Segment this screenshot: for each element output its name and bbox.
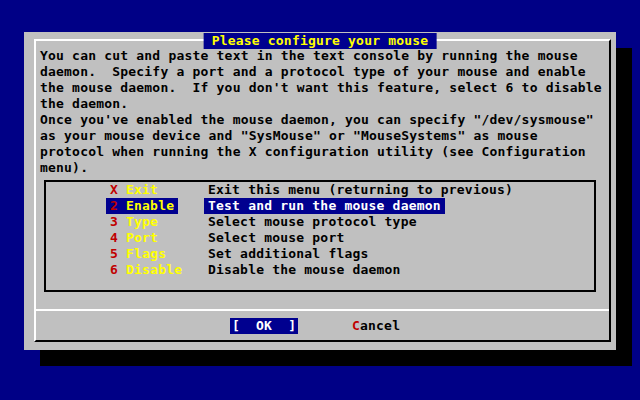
menu-label: Type [126, 214, 158, 229]
menu-description: Select mouse port [204, 230, 348, 246]
menu-item-type[interactable]: 3Type Select mouse protocol type [46, 214, 594, 230]
menu-item-exit[interactable]: XExit Exit this menu (returning to previ… [46, 182, 594, 198]
menu-item-disable[interactable]: 6Disable Disable the mouse daemon [46, 262, 594, 278]
cancel-hotkey: C [352, 318, 360, 333]
menu-hotkey: 5 [110, 246, 118, 261]
menu-description: Disable the mouse daemon [204, 262, 405, 278]
body-line: menu). [40, 160, 602, 176]
body-line: You can cut and paste text in the text c… [40, 48, 602, 64]
body-line: daemon. Specify a port and a protocol ty… [40, 64, 602, 80]
body-line: Once you've enabled the mouse daemon, yo… [40, 112, 602, 128]
console-screen: Please configure your mouse You can cut … [0, 0, 640, 400]
menu-list-box: XExit Exit this menu (returning to previ… [44, 180, 596, 292]
menu-tag: 6Disable [106, 262, 186, 278]
menu-label: Disable [126, 262, 182, 277]
menu-label: Exit [126, 182, 158, 197]
button-separator-line [36, 309, 609, 311]
menu-hotkey: 2 [110, 198, 118, 213]
menu-label: Enable [126, 198, 174, 213]
menu-tag: 5Flags [106, 246, 170, 262]
body-line: as your mouse device and "SysMouse" or "… [40, 128, 602, 144]
menu-hotkey: X [110, 182, 118, 197]
menu-tag: 2Enable [106, 198, 178, 214]
menu-description: Exit this menu (returning to previous) [204, 182, 517, 198]
menu-hotkey: 4 [110, 230, 118, 245]
menu-tag: 4Port [106, 230, 162, 246]
body-line: the mouse daemon. If you don't want this… [40, 80, 602, 96]
menu-label: Flags [126, 246, 166, 261]
menu-tag: XExit [106, 182, 162, 198]
menu-description: Test and run the mouse daemon [204, 198, 445, 214]
dialog-body-text: You can cut and paste text in the text c… [40, 48, 602, 176]
menu-description: Select mouse protocol type [204, 214, 421, 230]
menu-description: Set additional flags [204, 246, 373, 262]
menu-item-flags[interactable]: 5Flags Set additional flags [46, 246, 594, 262]
cancel-label-rest: ancel [360, 318, 400, 333]
mouse-config-dialog: Please configure your mouse You can cut … [24, 32, 616, 350]
body-line: protocol when running the X configuratio… [40, 144, 602, 160]
cancel-button[interactable]: Cancel [352, 318, 400, 334]
body-line: the daemon. [40, 96, 602, 112]
ok-button[interactable]: [ OK ] [230, 318, 298, 334]
menu-hotkey: 3 [110, 214, 118, 229]
menu-label: Port [126, 230, 158, 245]
dialog-title: Please configure your mouse [204, 33, 437, 49]
menu-hotkey: 6 [110, 262, 118, 277]
menu-tag: 3Type [106, 214, 162, 230]
menu-item-enable[interactable]: 2Enable Test and run the mouse daemon [46, 198, 594, 214]
menu-item-port[interactable]: 4Port Select mouse port [46, 230, 594, 246]
